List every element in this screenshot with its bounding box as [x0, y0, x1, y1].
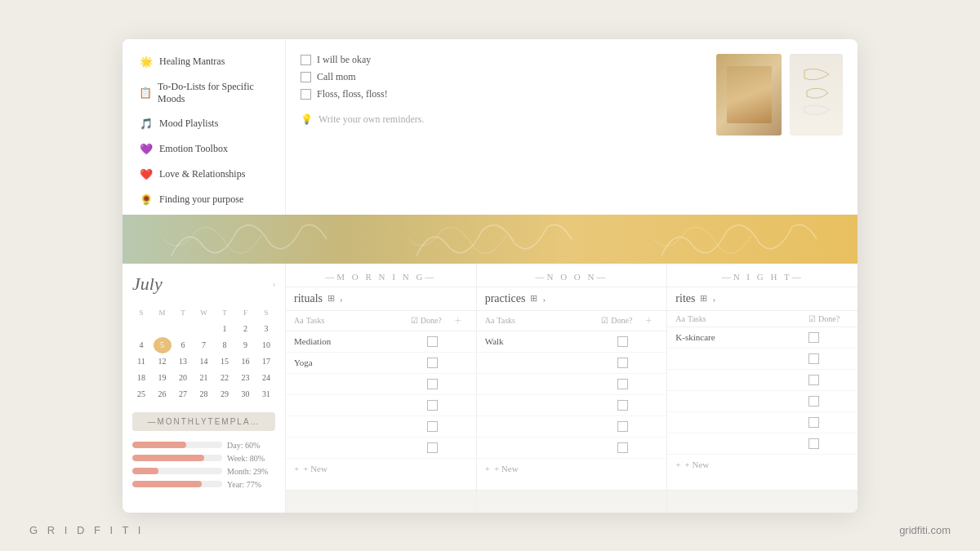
cal-header-W: W	[195, 304, 213, 321]
cal-day-today[interactable]: 5	[154, 337, 172, 353]
reminder-checkbox-1[interactable]	[301, 55, 311, 65]
progress-bar-fill-month	[132, 468, 158, 474]
noon-add-row[interactable]: + + New	[477, 459, 667, 478]
cal-day[interactable]: 18	[132, 370, 150, 386]
noon-chevron-icon[interactable]: ›	[542, 294, 546, 304]
sidebar-item-love-relationships[interactable]: ❤️ Love & Relationships	[127, 162, 280, 187]
night-check-6[interactable]	[808, 438, 849, 449]
noon-check-5[interactable]	[617, 421, 658, 432]
cal-day[interactable]: 6	[174, 337, 192, 353]
morning-chevron-icon[interactable]: ›	[340, 294, 343, 304]
night-check-2[interactable]	[808, 353, 849, 364]
check-box-icon[interactable]	[617, 400, 628, 411]
check-box-icon[interactable]	[808, 332, 819, 343]
morning-check-6[interactable]	[427, 442, 468, 453]
cal-day[interactable]: 15	[216, 353, 234, 370]
cal-day[interactable]: 20	[174, 370, 192, 386]
noon-check-4[interactable]	[617, 400, 658, 411]
calendar-nav[interactable]: ›	[273, 279, 275, 288]
cal-day[interactable]	[154, 321, 172, 337]
check-box-icon[interactable]	[427, 421, 438, 432]
monthly-template-button[interactable]: —MONTHLYTEMPLA…	[132, 412, 275, 431]
cal-day[interactable]: 13	[174, 353, 192, 370]
cal-day[interactable]: 26	[154, 386, 172, 402]
cal-day[interactable]: 27	[174, 386, 192, 402]
noon-check-2[interactable]	[617, 358, 658, 368]
cal-day[interactable]: 4	[132, 337, 150, 353]
sidebar-item-emotion-toolbox[interactable]: 💜 Emotion Toolbox	[127, 137, 280, 162]
check-box-icon[interactable]	[808, 438, 819, 449]
cal-day[interactable]: 25	[132, 386, 150, 402]
reminder-checkbox-3[interactable]	[301, 89, 311, 100]
reminder-write-prompt[interactable]: 💡 Write your own reminders.	[301, 113, 702, 126]
night-check-5[interactable]	[808, 417, 849, 428]
cal-day[interactable]: 29	[216, 386, 234, 402]
morning-check-4[interactable]	[427, 400, 468, 411]
cal-day[interactable]: 1	[216, 321, 234, 337]
check-box-icon[interactable]	[808, 396, 819, 407]
cal-day[interactable]: 3	[257, 321, 275, 337]
check-box-icon[interactable]	[617, 379, 628, 389]
check-box-icon[interactable]	[617, 421, 628, 432]
cal-day[interactable]	[174, 321, 192, 337]
morning-check-2[interactable]	[427, 358, 468, 368]
cal-day[interactable]: 17	[257, 353, 275, 370]
cal-day[interactable]: 9	[237, 337, 255, 353]
cal-day[interactable]: 10	[257, 337, 275, 353]
check-box-icon[interactable]	[617, 336, 628, 347]
cal-day[interactable]: 12	[154, 353, 172, 370]
night-check-4[interactable]	[808, 396, 849, 407]
noon-check-1[interactable]	[617, 336, 658, 347]
morning-check-1[interactable]	[427, 336, 468, 347]
noon-check-3[interactable]	[617, 379, 658, 389]
night-check-1[interactable]	[808, 332, 849, 343]
cal-day[interactable]: 21	[195, 370, 213, 386]
cal-day[interactable]	[195, 321, 213, 337]
check-box-icon[interactable]	[808, 417, 819, 428]
check-box-icon[interactable]	[808, 375, 819, 385]
noon-add-col-btn[interactable]: +	[645, 314, 658, 327]
cal-day[interactable]: 22	[216, 370, 234, 386]
night-add-row[interactable]: + + New	[667, 455, 858, 474]
tasks-text-icon: Aa	[485, 316, 495, 325]
cal-day[interactable]: 7	[195, 337, 213, 353]
check-box-icon[interactable]	[427, 336, 438, 347]
cal-day[interactable]: 2	[237, 321, 255, 337]
sidebar-item-todo-lists[interactable]: 📋 To-Do-Lists for Specific Moods	[127, 75, 280, 111]
cal-day[interactable]: 24	[257, 370, 275, 386]
cal-day[interactable]: 11	[132, 353, 150, 370]
check-box-icon[interactable]	[427, 400, 438, 411]
night-table-icon[interactable]: ⊞	[700, 293, 707, 304]
morning-table-icon[interactable]: ⊞	[327, 293, 335, 304]
cal-day[interactable]	[132, 321, 150, 337]
sidebar-item-healing-mantras[interactable]: 🌟 Healing Mantras	[127, 50, 280, 74]
sidebar-item-mood-playlists[interactable]: 🎵 Mood Playlists	[127, 112, 280, 136]
cal-day[interactable]: 8	[216, 337, 234, 353]
check-box-icon[interactable]	[427, 358, 438, 368]
sidebar-item-finding-purpose[interactable]: 🌻 Finding your purpose	[127, 188, 280, 212]
cal-day[interactable]: 31	[257, 386, 275, 402]
noon-check-6[interactable]	[617, 442, 658, 453]
check-box-icon[interactable]	[427, 442, 438, 453]
cal-day[interactable]: 16	[237, 353, 255, 370]
cal-header-S1: S	[132, 304, 150, 321]
check-box-icon[interactable]	[808, 353, 819, 364]
check-box-icon[interactable]	[617, 358, 628, 368]
cal-day[interactable]: 23	[237, 370, 255, 386]
morning-add-col-btn[interactable]: +	[455, 314, 468, 327]
reminder-checkbox-2[interactable]	[301, 72, 311, 82]
check-box-icon[interactable]	[427, 379, 438, 389]
night-check-3[interactable]	[808, 375, 849, 385]
cal-day[interactable]: 30	[237, 386, 255, 402]
progress-month: Month: 29%	[132, 467, 275, 476]
cal-day[interactable]: 28	[195, 386, 213, 402]
noon-table-icon[interactable]: ⊞	[530, 293, 537, 304]
check-box-icon[interactable]	[617, 442, 628, 453]
morning-check-3[interactable]	[427, 379, 468, 389]
morning-check-5[interactable]	[427, 421, 468, 432]
progress-bar-fill-year	[132, 481, 202, 487]
cal-day[interactable]: 19	[154, 370, 172, 386]
night-chevron-icon[interactable]: ›	[712, 294, 715, 304]
cal-day[interactable]: 14	[195, 353, 213, 370]
morning-add-row[interactable]: + + New	[286, 459, 476, 478]
